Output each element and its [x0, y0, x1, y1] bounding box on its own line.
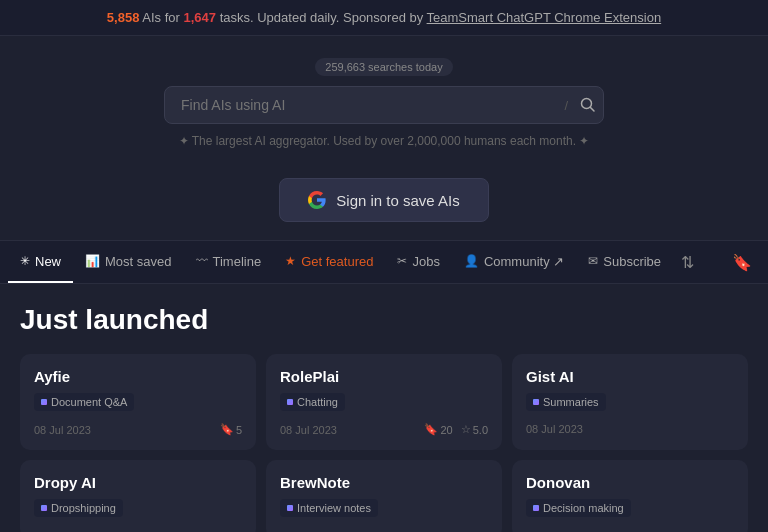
card-date: 08 Jul 2023: [280, 424, 337, 436]
google-logo-icon: [308, 191, 326, 209]
card-tag: Interview notes: [280, 499, 378, 517]
nav-item-get-featured[interactable]: ★ Get featured: [273, 241, 385, 283]
card-title: Gist AI: [526, 368, 734, 385]
community-icon: 👤: [464, 254, 479, 268]
card-ayfie[interactable]: Ayfie Document Q&A 08 Jul 2023 🔖 5: [20, 354, 256, 450]
signin-section: Sign in to save AIs: [0, 178, 768, 222]
top-banner: 5,858 AIs for 1,647 tasks. Updated daily…: [0, 0, 768, 36]
card-donovan[interactable]: Donovan Decision making: [512, 460, 748, 532]
sponsor-link[interactable]: TeamSmart ChatGPT Chrome Extension: [427, 10, 662, 25]
card-tag-label: Decision making: [543, 502, 624, 514]
search-bar-wrapper: /: [164, 86, 604, 124]
timeline-icon: 〰: [196, 254, 208, 268]
search-count-badge: 259,663 searches today: [315, 58, 452, 76]
section-title: Just launched: [20, 304, 748, 336]
nav-item-most-saved[interactable]: 📊 Most saved: [73, 241, 183, 283]
card-date: 08 Jul 2023: [526, 423, 583, 435]
card-tag: Decision making: [526, 499, 631, 517]
tag-dot: [287, 505, 293, 511]
card-tag-label: Chatting: [297, 396, 338, 408]
nav-label-timeline: Timeline: [213, 254, 262, 269]
search-button[interactable]: [580, 97, 596, 113]
tagline: ✦ The largest AI aggregator. Used by ove…: [179, 134, 590, 148]
card-brewnote[interactable]: BrewNote Interview notes: [266, 460, 502, 532]
card-tag-label: Interview notes: [297, 502, 371, 514]
card-title: BrewNote: [280, 474, 488, 491]
card-tag: Dropshipping: [34, 499, 123, 517]
search-section: 259,663 searches today / ✦ The largest A…: [0, 36, 768, 164]
nav-label-get-featured: Get featured: [301, 254, 373, 269]
most-saved-icon: 📊: [85, 254, 100, 268]
save-icon: 🔖: [220, 423, 234, 436]
card-tag: Chatting: [280, 393, 345, 411]
signin-button[interactable]: Sign in to save AIs: [279, 178, 488, 222]
card-footer: 08 Jul 2023 🔖 20 ☆ 5.0: [280, 423, 488, 436]
nav-item-timeline[interactable]: 〰 Timeline: [184, 241, 274, 283]
nav-bar: ✳ New 📊 Most saved 〰 Timeline ★ Get feat…: [0, 240, 768, 284]
ai-count: 5,858: [107, 10, 140, 25]
bookmark-button[interactable]: 🔖: [724, 253, 760, 272]
star-icon: ☆: [461, 423, 471, 436]
card-saves: 🔖 20: [424, 423, 452, 436]
tag-dot: [41, 399, 47, 405]
card-title: RolePlai: [280, 368, 488, 385]
card-tag-label: Dropshipping: [51, 502, 116, 514]
card-saves: 🔖 5: [220, 423, 242, 436]
search-input[interactable]: [164, 86, 604, 124]
nav-item-community[interactable]: 👤 Community ↗: [452, 241, 576, 283]
card-tag-label: Document Q&A: [51, 396, 127, 408]
banner-text-1: AIs for: [142, 10, 183, 25]
banner-text-2: tasks. Updated daily. Sponsored by: [220, 10, 427, 25]
nav-label-subscribe: Subscribe: [603, 254, 661, 269]
nav-item-subscribe[interactable]: ✉ Subscribe: [576, 241, 673, 283]
nav-label-most-saved: Most saved: [105, 254, 171, 269]
card-date: 08 Jul 2023: [34, 424, 91, 436]
tag-dot: [533, 505, 539, 511]
card-title: Ayfie: [34, 368, 242, 385]
new-icon: ✳: [20, 254, 30, 268]
card-stats: 🔖 5: [220, 423, 242, 436]
card-tag: Summaries: [526, 393, 606, 411]
nav-label-new: New: [35, 254, 61, 269]
get-featured-icon: ★: [285, 254, 296, 268]
card-dropy-ai[interactable]: Dropy AI Dropshipping: [20, 460, 256, 532]
tag-dot: [287, 399, 293, 405]
save-icon: 🔖: [424, 423, 438, 436]
svg-line-1: [591, 108, 595, 112]
tag-dot: [533, 399, 539, 405]
cards-grid: Ayfie Document Q&A 08 Jul 2023 🔖 5 RoleP…: [20, 354, 748, 532]
signin-label: Sign in to save AIs: [336, 192, 459, 209]
card-title: Donovan: [526, 474, 734, 491]
nav-item-new[interactable]: ✳ New: [8, 241, 73, 283]
card-stats: 🔖 20 ☆ 5.0: [424, 423, 488, 436]
nav-item-jobs[interactable]: ✂ Jobs: [385, 241, 451, 283]
card-tag: Document Q&A: [34, 393, 134, 411]
search-icon: [580, 97, 596, 113]
jobs-icon: ✂: [397, 254, 407, 268]
sort-button[interactable]: ⇅: [673, 253, 702, 272]
card-roleplai[interactable]: RolePlai Chatting 08 Jul 2023 🔖 20 ☆ 5.0: [266, 354, 502, 450]
task-count: 1,647: [183, 10, 216, 25]
card-rating: ☆ 5.0: [461, 423, 488, 436]
card-gist-ai[interactable]: Gist AI Summaries 08 Jul 2023: [512, 354, 748, 450]
main-content: Just launched Ayfie Document Q&A 08 Jul …: [0, 284, 768, 532]
card-tag-label: Summaries: [543, 396, 599, 408]
search-shortcut: /: [564, 98, 568, 113]
nav-label-jobs: Jobs: [412, 254, 439, 269]
card-footer: 08 Jul 2023: [526, 423, 734, 435]
subscribe-icon: ✉: [588, 254, 598, 268]
tag-dot: [41, 505, 47, 511]
card-title: Dropy AI: [34, 474, 242, 491]
nav-label-community: Community ↗: [484, 254, 564, 269]
card-footer: 08 Jul 2023 🔖 5: [34, 423, 242, 436]
